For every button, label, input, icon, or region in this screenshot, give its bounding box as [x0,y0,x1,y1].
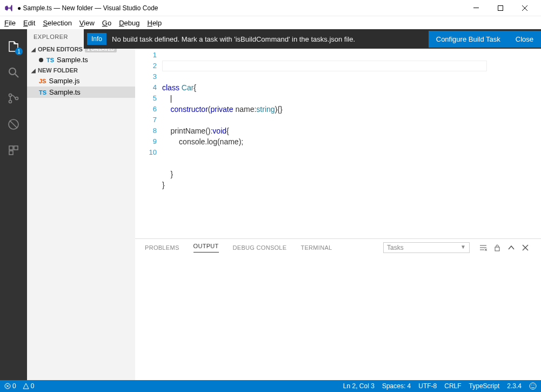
editor-area: Info No build task defined. Mark a task … [135,29,541,380]
chevron-down-icon: ◢ [31,68,36,74]
menubar: File Edit Selection View Go Debug Help [0,16,541,29]
svg-rect-0 [473,8,479,8]
open-editors-label: OPEN EDITORS [38,46,83,52]
notification-bar: Info No build task defined. Mark a task … [84,29,541,49]
svg-rect-12 [14,146,18,150]
code-content[interactable]: class Car{ constructor(private name:stri… [162,49,509,238]
maximize-panel-button[interactable] [505,242,517,254]
svg-point-30 [530,383,536,389]
svg-line-5 [15,74,18,77]
info-tag: Info [87,33,106,45]
panel-tab-debug-console[interactable]: DEBUG CONSOLE [233,244,287,251]
svg-point-4 [9,68,16,75]
close-window-button[interactable] [512,0,537,16]
svg-point-32 [533,384,535,386]
minimap[interactable] [509,49,541,238]
status-feedback[interactable] [529,382,537,390]
status-ln-col[interactable]: Ln 2, Col 3 [343,382,375,390]
panel-tab-problems[interactable]: PROBLEMS [145,244,179,251]
titlebar: ● Sample.ts — New folder — Visual Studio… [0,0,541,16]
status-eol[interactable]: CRLF [444,382,461,390]
close-panel-button[interactable] [519,242,531,254]
panel-tab-strip: PROBLEMS OUTPUT DEBUG CONSOLE TERMINAL T… [135,239,541,256]
output-body[interactable] [135,256,541,380]
menu-go[interactable]: Go [102,19,111,27]
menu-selection[interactable]: Selection [43,19,71,27]
open-editor-item[interactable]: TS Sample.ts [27,54,135,65]
svg-point-8 [16,97,18,100]
menu-edit[interactable]: Edit [23,19,35,27]
minimize-button[interactable] [464,0,488,16]
status-warnings[interactable]: 0 [23,382,35,390]
activity-search[interactable] [0,59,27,85]
panel-tab-output[interactable]: OUTPUT [193,243,219,253]
activity-bar: 1 [0,29,27,380]
svg-rect-24 [495,247,499,251]
bottom-panel: PROBLEMS OUTPUT DEBUG CONSOLE TERMINAL T… [135,238,541,380]
activity-explorer[interactable]: 1 [0,34,27,59]
file-ext-badge: TS [46,57,54,63]
status-spaces[interactable]: Spaces: 4 [382,382,411,390]
panel-tab-terminal[interactable]: TERMINAL [300,244,332,251]
folder-header[interactable]: ◢ NEW FOLDER [27,65,135,75]
svg-point-31 [531,384,532,386]
lock-scroll-button[interactable] [491,242,503,254]
file-name: Sample.ts [49,88,81,96]
activity-scm[interactable] [0,85,27,111]
status-encoding[interactable]: UTF-8 [418,382,437,390]
svg-rect-1 [498,5,503,10]
svg-rect-13 [9,151,13,155]
svg-point-6 [9,94,12,97]
file-ext-badge: TS [39,89,46,96]
svg-line-10 [10,121,17,128]
close-notification-button[interactable]: Close [508,31,541,48]
vscode-logo-icon [4,4,13,12]
sidebar: EXPLORER ◢ OPEN EDITORS 1 UNSAVED TS Sam… [27,29,135,380]
window-title: ● Sample.ts — New folder — Visual Studio… [17,4,464,12]
notification-message: No build task defined. Mark a task with … [112,35,429,43]
statusbar: 0 0 Ln 2, Col 3 Spaces: 4 UTF-8 CRLF Typ… [0,380,541,392]
file-item-js[interactable]: JS Sample.js [27,75,135,87]
status-language[interactable]: TypeScript [469,382,500,390]
explorer-badge: 1 [15,48,23,55]
file-ext-badge: JS [39,78,46,84]
file-name: Sample.js [49,77,79,85]
menu-help[interactable]: Help [147,19,162,27]
menu-view[interactable]: View [79,19,95,27]
output-channel-value: Tasks [387,244,404,251]
chevron-down-icon: ◢ [31,46,36,52]
current-line-highlight [162,61,487,71]
status-errors[interactable]: 0 [4,382,16,390]
maximize-button[interactable] [488,0,512,16]
output-channel-select[interactable]: Tasks ▼ [383,242,470,253]
activity-extensions[interactable] [0,137,27,163]
svg-rect-11 [9,146,13,150]
configure-build-task-button[interactable]: Configure Build Task [429,31,508,48]
dirty-dot-icon [39,58,43,62]
line-number-gutter: 12345678910 [135,49,162,238]
file-name: Sample.ts [57,56,88,64]
clear-output-button[interactable] [477,242,489,254]
status-ts-version[interactable]: 2.3.4 [507,382,522,390]
svg-point-7 [9,101,12,103]
folder-label: NEW FOLDER [38,67,78,74]
menu-debug[interactable]: Debug [119,19,139,27]
code-editor[interactable]: 12345678910 class Car{ constructor(priva… [135,49,541,238]
chevron-down-icon: ▼ [460,244,466,250]
activity-debug[interactable] [0,111,27,137]
file-item-ts[interactable]: TS Sample.ts [27,87,135,98]
menu-file[interactable]: File [4,19,16,27]
